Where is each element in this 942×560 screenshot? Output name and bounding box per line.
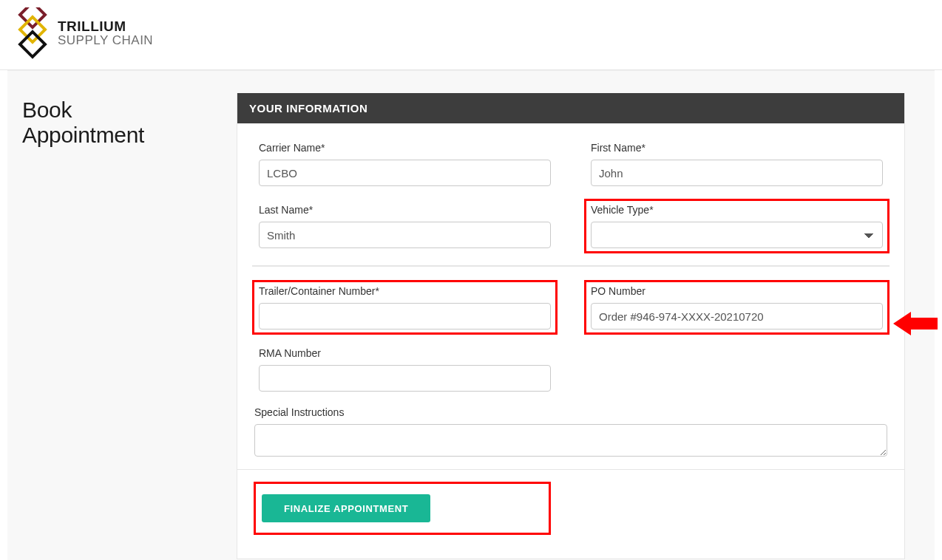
field-first-name: First Name*	[584, 137, 890, 191]
label-vehicle-type: Vehicle Type*	[591, 204, 883, 216]
first-name-input[interactable]	[591, 160, 883, 186]
form-card: YOUR INFORMATION Carrier Name* First Nam…	[237, 93, 905, 559]
brand-name: TRILLIUM	[58, 19, 153, 34]
special-instructions-input[interactable]	[254, 424, 887, 457]
field-rma-number: RMA Number	[252, 342, 558, 397]
label-rma-number: RMA Number	[259, 347, 551, 359]
svg-rect-2	[20, 32, 45, 57]
label-po-number: PO Number	[591, 285, 883, 297]
section-header-your-info: YOUR INFORMATION	[237, 93, 904, 123]
field-trailer-number: Trailer/Container Number*	[252, 280, 558, 335]
brand-text: TRILLIUM SUPPLY CHAIN	[58, 19, 153, 47]
svg-rect-1	[20, 17, 45, 42]
field-vehicle-type: Vehicle Type*	[584, 199, 890, 253]
label-carrier-name: Carrier Name*	[259, 142, 551, 154]
header: TRILLIUM SUPPLY CHAIN	[0, 0, 942, 70]
brand-subtitle: SUPPLY CHAIN	[58, 34, 153, 47]
rma-number-input[interactable]	[259, 365, 551, 392]
divider	[252, 265, 890, 267]
field-carrier-name: Carrier Name*	[252, 137, 558, 191]
finalize-appointment-button[interactable]: FINALIZE APPOINTMENT	[262, 494, 430, 522]
vehicle-type-select[interactable]	[591, 222, 883, 248]
trailer-number-input[interactable]	[259, 303, 551, 329]
last-name-input[interactable]	[259, 222, 551, 248]
brand-logo	[15, 7, 50, 59]
page-title: Book Appointment	[22, 98, 229, 148]
field-last-name: Last Name*	[252, 199, 558, 253]
label-first-name: First Name*	[591, 142, 883, 154]
field-po-number: PO Number	[584, 280, 890, 335]
label-trailer-number: Trailer/Container Number*	[259, 285, 551, 297]
content: Book Appointment YOUR INFORMATION Carrie…	[7, 70, 935, 560]
carrier-name-input[interactable]	[259, 160, 551, 186]
label-last-name: Last Name*	[259, 204, 551, 216]
label-special-instructions: Special Instructions	[254, 406, 887, 418]
po-number-input[interactable]	[591, 303, 883, 329]
field-special-instructions: Special Instructions	[252, 404, 890, 459]
